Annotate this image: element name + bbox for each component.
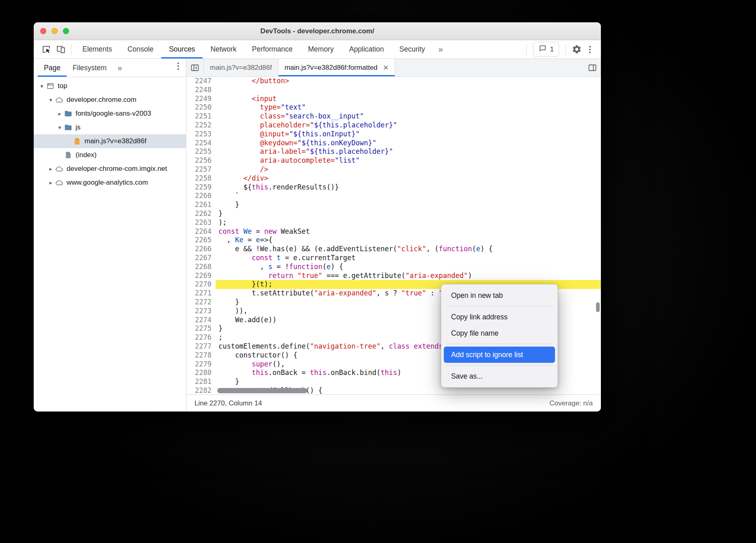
code-line-2250[interactable]: 2250 type="text" (186, 103, 601, 112)
line-number[interactable]: 2256 (186, 156, 216, 165)
line-number[interactable]: 2281 (186, 377, 216, 386)
code-line-2267[interactable]: 2267 const t = e.currentTarget (186, 254, 601, 263)
collapse-navigator-icon[interactable] (186, 59, 203, 76)
panel-tab-console[interactable]: Console (120, 40, 161, 58)
code-line-2254[interactable]: 2254 @keydown="${this.onKeyDown}" (186, 139, 601, 148)
line-number[interactable]: 2274 (186, 316, 216, 325)
line-number[interactable]: 2278 (186, 351, 216, 360)
line-number[interactable]: 2263 (186, 218, 216, 227)
panel-tab-performance[interactable]: Performance (244, 40, 300, 58)
panel-tab-application[interactable]: Application (341, 40, 392, 58)
code-line-2249[interactable]: 2249 <input (186, 95, 601, 103)
line-number[interactable]: 2275 (186, 324, 216, 333)
line-number[interactable]: 2255 (186, 147, 216, 156)
zoom-window-button[interactable] (63, 28, 69, 34)
chevron-right-icon[interactable]: ▸ (47, 179, 55, 186)
console-messages-button[interactable]: 1 (533, 42, 559, 57)
line-number[interactable]: 2280 (186, 368, 216, 377)
line-number[interactable]: 2269 (186, 272, 216, 280)
inspect-element-icon[interactable] (39, 42, 53, 57)
line-number[interactable]: 2262 (186, 209, 216, 218)
tree-item-main-js-v-e382d86f[interactable]: main.js?v=e382d86f (34, 134, 186, 148)
tree-item-index[interactable]: (index) (34, 148, 186, 162)
line-number[interactable]: 2277 (186, 342, 216, 351)
chevron-down-icon[interactable]: ▾ (38, 83, 46, 89)
line-number[interactable]: 2260 (186, 192, 216, 200)
vertical-scrollbar-thumb[interactable] (596, 302, 600, 312)
editor-tab-main-js-v-e382d86f[interactable]: main.js?v=e382d86f (204, 59, 279, 76)
line-number[interactable]: 2258 (186, 174, 216, 183)
code-line-2262[interactable]: 2262} (186, 209, 601, 218)
horizontal-scrollbar-thumb[interactable] (217, 388, 307, 393)
line-number[interactable]: 2279 (186, 360, 216, 369)
line-number[interactable]: 2251 (186, 112, 216, 121)
line-number[interactable]: 2247 (186, 77, 216, 86)
line-number[interactable]: 2264 (186, 227, 216, 236)
editor-tab-main-js-v-e382d86f-formatted[interactable]: main.js?v=e382d86f:formatted× (279, 59, 395, 76)
line-number[interactable]: 2248 (186, 86, 216, 95)
panel-tab-elements[interactable]: Elements (75, 40, 120, 58)
toggle-debugger-sidebar-icon[interactable] (584, 59, 601, 76)
minimize-window-button[interactable] (52, 28, 58, 34)
settings-gear-icon[interactable] (569, 42, 584, 57)
sidebar-tab-page[interactable]: Page (38, 59, 67, 77)
line-number[interactable]: 2266 (186, 245, 216, 254)
line-number[interactable]: 2271 (186, 289, 216, 298)
device-toolbar-icon[interactable] (53, 42, 68, 57)
code-line-2268[interactable]: 2268 , s = !function(e) { (186, 263, 601, 272)
chevron-down-icon[interactable]: ▾ (56, 124, 64, 131)
code-line-2258[interactable]: 2258 </div> (186, 174, 601, 183)
code-line-2255[interactable]: 2255 aria-label="${this.placeholder}" (186, 147, 601, 156)
navigator-kebab-icon[interactable] (174, 59, 186, 73)
tree-item-fonts-google-sans-v2003[interactable]: ▸fonts/google-sans-v2003 (34, 107, 186, 121)
code-line-2253[interactable]: 2253 @input="${this.onInput}" (186, 130, 601, 139)
tree-item-www-google-analytics-com[interactable]: ▸www.google-analytics.com (34, 176, 186, 190)
line-number[interactable]: 2257 (186, 165, 216, 174)
kebab-menu-icon[interactable] (584, 42, 596, 57)
close-tab-icon[interactable]: × (383, 63, 389, 72)
code-line-2251[interactable]: 2251 class="search-box__input" (186, 112, 601, 121)
line-number[interactable]: 2265 (186, 236, 216, 245)
code-line-2252[interactable]: 2252 placeholder="${this.placeholder}" (186, 121, 601, 130)
code-line-2256[interactable]: 2256 aria-autocomplete="list" (186, 156, 601, 165)
line-number[interactable]: 2253 (186, 130, 216, 139)
code-line-2265[interactable]: 2265 , Ke = e=>{ (186, 236, 601, 245)
line-number[interactable]: 2273 (186, 307, 216, 316)
panel-tab-memory[interactable]: Memory (300, 40, 341, 58)
line-number[interactable]: 2267 (186, 254, 216, 263)
panel-tab-security[interactable]: Security (392, 40, 433, 58)
line-number[interactable]: 2272 (186, 298, 216, 307)
code-line-2247[interactable]: 2247 </button> (186, 77, 601, 86)
line-number[interactable]: 2254 (186, 139, 216, 148)
tree-item-top[interactable]: ▾top (34, 79, 186, 93)
panel-tab-sources[interactable]: Sources (161, 40, 203, 58)
line-number[interactable]: 2276 (186, 333, 216, 342)
line-number[interactable]: 2268 (186, 263, 216, 272)
code-line-2264[interactable]: 2264const We = new WeakSet (186, 227, 601, 236)
line-number[interactable]: 2282 (186, 386, 216, 394)
line-number[interactable]: 2259 (186, 183, 216, 192)
code-line-2269[interactable]: 2269 return "true" === e.getAttribute("a… (186, 272, 601, 280)
chevron-right-icon[interactable]: ▸ (56, 110, 64, 117)
more-panels-button[interactable]: » (433, 40, 449, 58)
tree-item-js[interactable]: ▾js (34, 121, 186, 134)
tree-item-developer-chrome-com[interactable]: ▾developer.chrome.com (34, 93, 186, 107)
chevron-down-icon[interactable]: ▾ (47, 97, 55, 103)
line-number[interactable]: 2249 (186, 95, 216, 103)
code-line-2248[interactable]: 2248 (186, 86, 601, 95)
tree-item-developer-chrome-com-imgix-net[interactable]: ▸developer-chrome-com.imgix.net (34, 162, 186, 176)
code-line-2266[interactable]: 2266 e && !We.has(e) && (e.addEventListe… (186, 245, 601, 254)
menu-item-copy-file-name[interactable]: Copy file name (441, 325, 557, 341)
line-number[interactable]: 2270 (186, 280, 216, 289)
code-line-2259[interactable]: 2259 ${this.renderResults()} (186, 183, 601, 192)
panel-tab-network[interactable]: Network (203, 40, 244, 58)
code-line-2263[interactable]: 2263); (186, 218, 601, 227)
sidebar-tab-filesystem[interactable]: Filesystem (67, 59, 113, 77)
code-line-2261[interactable]: 2261 } (186, 200, 601, 209)
menu-item-save-as[interactable]: Save as... (441, 368, 557, 384)
titlebar[interactable]: DevTools - developer.chrome.com/ (34, 22, 601, 40)
chevron-right-icon[interactable]: ▸ (47, 166, 55, 172)
menu-item-add-script-to-ignore-list[interactable]: Add script to ignore list (444, 347, 555, 363)
menu-item-copy-link-address[interactable]: Copy link address (441, 309, 557, 325)
code-line-2260[interactable]: 2260 ` (186, 192, 601, 200)
